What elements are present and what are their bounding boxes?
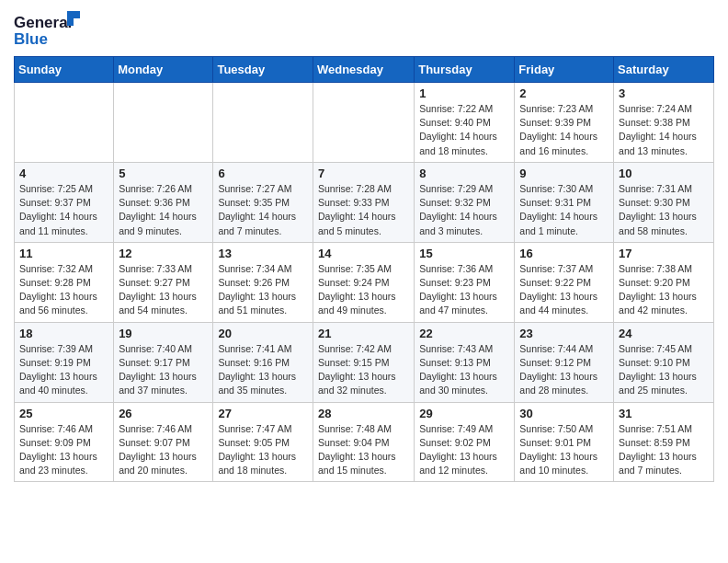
day-info: Sunrise: 7:23 AM Sunset: 9:39 PM Dayligh…	[519, 102, 609, 158]
calendar-page: GeneralBlue SundayMondayTuesdayWednesday…	[0, 0, 728, 491]
day-number: 29	[419, 407, 509, 420]
column-header-sunday: Sunday	[15, 57, 114, 83]
calendar-week-2: 4Sunrise: 7:25 AM Sunset: 9:37 PM Daylig…	[15, 162, 714, 242]
calendar-cell: 24Sunrise: 7:45 AM Sunset: 9:10 PM Dayli…	[614, 322, 714, 402]
day-info: Sunrise: 7:33 AM Sunset: 9:27 PM Dayligh…	[119, 262, 208, 318]
day-number: 18	[19, 327, 108, 340]
column-header-wednesday: Wednesday	[313, 57, 414, 83]
calendar-week-1: 1Sunrise: 7:22 AM Sunset: 9:40 PM Daylig…	[15, 83, 714, 163]
day-number: 16	[519, 247, 609, 260]
calendar-cell: 11Sunrise: 7:32 AM Sunset: 9:28 PM Dayli…	[15, 242, 114, 322]
calendar-cell: 2Sunrise: 7:23 AM Sunset: 9:39 PM Daylig…	[515, 83, 614, 163]
calendar-cell: 22Sunrise: 7:43 AM Sunset: 9:13 PM Dayli…	[415, 322, 515, 402]
calendar-cell: 17Sunrise: 7:38 AM Sunset: 9:20 PM Dayli…	[614, 242, 714, 322]
day-info: Sunrise: 7:37 AM Sunset: 9:22 PM Dayligh…	[519, 262, 609, 318]
calendar-cell: 13Sunrise: 7:34 AM Sunset: 9:26 PM Dayli…	[213, 242, 313, 322]
calendar-cell: 23Sunrise: 7:44 AM Sunset: 9:12 PM Dayli…	[515, 322, 614, 402]
calendar-cell: 12Sunrise: 7:33 AM Sunset: 9:27 PM Dayli…	[114, 242, 213, 322]
day-info: Sunrise: 7:43 AM Sunset: 9:13 PM Dayligh…	[419, 342, 509, 398]
day-info: Sunrise: 7:46 AM Sunset: 9:07 PM Dayligh…	[119, 422, 208, 478]
day-info: Sunrise: 7:29 AM Sunset: 9:32 PM Dayligh…	[419, 182, 509, 238]
calendar-cell: 14Sunrise: 7:35 AM Sunset: 9:24 PM Dayli…	[313, 242, 414, 322]
day-number: 21	[318, 327, 409, 340]
day-number: 22	[419, 327, 509, 340]
calendar-header-row: SundayMondayTuesdayWednesdayThursdayFrid…	[15, 57, 714, 83]
page-header: GeneralBlue	[14, 9, 714, 51]
day-number: 1	[419, 86, 509, 100]
calendar-cell: 27Sunrise: 7:47 AM Sunset: 9:05 PM Dayli…	[213, 402, 313, 482]
day-number: 12	[119, 247, 208, 260]
column-header-monday: Monday	[114, 57, 213, 83]
day-number: 3	[619, 86, 709, 100]
day-number: 14	[318, 247, 409, 260]
day-number: 15	[419, 247, 509, 260]
day-info: Sunrise: 7:44 AM Sunset: 9:12 PM Dayligh…	[519, 342, 609, 398]
calendar-cell: 4Sunrise: 7:25 AM Sunset: 9:37 PM Daylig…	[15, 162, 114, 242]
calendar-week-4: 18Sunrise: 7:39 AM Sunset: 9:19 PM Dayli…	[15, 322, 714, 402]
calendar-cell	[114, 83, 213, 163]
day-info: Sunrise: 7:30 AM Sunset: 9:31 PM Dayligh…	[519, 182, 609, 238]
day-info: Sunrise: 7:28 AM Sunset: 9:33 PM Dayligh…	[318, 182, 409, 238]
day-number: 23	[519, 327, 609, 340]
day-info: Sunrise: 7:51 AM Sunset: 8:59 PM Dayligh…	[619, 422, 709, 478]
svg-text:General: General	[14, 14, 72, 31]
column-header-tuesday: Tuesday	[213, 57, 313, 83]
day-number: 6	[218, 167, 308, 180]
day-number: 9	[519, 167, 609, 180]
calendar-cell: 19Sunrise: 7:40 AM Sunset: 9:17 PM Dayli…	[114, 322, 213, 402]
day-info: Sunrise: 7:38 AM Sunset: 9:20 PM Dayligh…	[619, 262, 709, 318]
day-info: Sunrise: 7:46 AM Sunset: 9:09 PM Dayligh…	[19, 422, 108, 478]
calendar-cell	[213, 83, 313, 163]
calendar-cell: 8Sunrise: 7:29 AM Sunset: 9:32 PM Daylig…	[415, 162, 515, 242]
day-number: 25	[19, 407, 108, 420]
day-info: Sunrise: 7:47 AM Sunset: 9:05 PM Dayligh…	[218, 422, 308, 478]
day-number: 24	[619, 327, 709, 340]
day-number: 13	[218, 247, 308, 260]
calendar-week-5: 25Sunrise: 7:46 AM Sunset: 9:09 PM Dayli…	[15, 402, 714, 482]
calendar-cell: 20Sunrise: 7:41 AM Sunset: 9:16 PM Dayli…	[213, 322, 313, 402]
calendar-table: SundayMondayTuesdayWednesdayThursdayFrid…	[14, 56, 714, 482]
day-info: Sunrise: 7:32 AM Sunset: 9:28 PM Dayligh…	[19, 262, 108, 318]
calendar-cell: 7Sunrise: 7:28 AM Sunset: 9:33 PM Daylig…	[313, 162, 414, 242]
calendar-cell: 25Sunrise: 7:46 AM Sunset: 9:09 PM Dayli…	[15, 402, 114, 482]
day-number: 28	[318, 407, 409, 420]
calendar-cell: 6Sunrise: 7:27 AM Sunset: 9:35 PM Daylig…	[213, 162, 313, 242]
day-number: 19	[119, 327, 208, 340]
calendar-cell	[15, 83, 114, 163]
day-number: 26	[119, 407, 208, 420]
logo: GeneralBlue	[14, 9, 83, 51]
day-number: 27	[218, 407, 308, 420]
day-info: Sunrise: 7:45 AM Sunset: 9:10 PM Dayligh…	[619, 342, 709, 398]
day-number: 7	[318, 167, 409, 180]
day-number: 30	[519, 407, 609, 420]
day-info: Sunrise: 7:49 AM Sunset: 9:02 PM Dayligh…	[419, 422, 509, 478]
calendar-cell: 29Sunrise: 7:49 AM Sunset: 9:02 PM Dayli…	[415, 402, 515, 482]
calendar-cell: 28Sunrise: 7:48 AM Sunset: 9:04 PM Dayli…	[313, 402, 414, 482]
day-info: Sunrise: 7:48 AM Sunset: 9:04 PM Dayligh…	[318, 422, 409, 478]
calendar-cell: 18Sunrise: 7:39 AM Sunset: 9:19 PM Dayli…	[15, 322, 114, 402]
day-number: 20	[218, 327, 308, 340]
day-number: 2	[519, 86, 609, 100]
day-info: Sunrise: 7:26 AM Sunset: 9:36 PM Dayligh…	[119, 182, 208, 238]
day-info: Sunrise: 7:24 AM Sunset: 9:38 PM Dayligh…	[619, 102, 709, 158]
day-number: 10	[619, 167, 709, 180]
day-info: Sunrise: 7:50 AM Sunset: 9:01 PM Dayligh…	[519, 422, 609, 478]
calendar-cell: 3Sunrise: 7:24 AM Sunset: 9:38 PM Daylig…	[614, 83, 714, 163]
column-header-saturday: Saturday	[614, 57, 714, 83]
day-info: Sunrise: 7:41 AM Sunset: 9:16 PM Dayligh…	[218, 342, 308, 398]
calendar-cell: 16Sunrise: 7:37 AM Sunset: 9:22 PM Dayli…	[515, 242, 614, 322]
day-info: Sunrise: 7:40 AM Sunset: 9:17 PM Dayligh…	[119, 342, 208, 398]
day-info: Sunrise: 7:39 AM Sunset: 9:19 PM Dayligh…	[19, 342, 108, 398]
day-number: 17	[619, 247, 709, 260]
calendar-cell: 26Sunrise: 7:46 AM Sunset: 9:07 PM Dayli…	[114, 402, 213, 482]
day-info: Sunrise: 7:35 AM Sunset: 9:24 PM Dayligh…	[318, 262, 409, 318]
calendar-cell	[313, 83, 414, 163]
day-number: 11	[19, 247, 108, 260]
calendar-cell: 30Sunrise: 7:50 AM Sunset: 9:01 PM Dayli…	[515, 402, 614, 482]
svg-text:Blue: Blue	[14, 30, 48, 48]
day-info: Sunrise: 7:42 AM Sunset: 9:15 PM Dayligh…	[318, 342, 409, 398]
day-info: Sunrise: 7:22 AM Sunset: 9:40 PM Dayligh…	[419, 102, 509, 158]
day-number: 31	[619, 407, 709, 420]
day-number: 4	[19, 167, 108, 180]
calendar-cell: 1Sunrise: 7:22 AM Sunset: 9:40 PM Daylig…	[415, 83, 515, 163]
